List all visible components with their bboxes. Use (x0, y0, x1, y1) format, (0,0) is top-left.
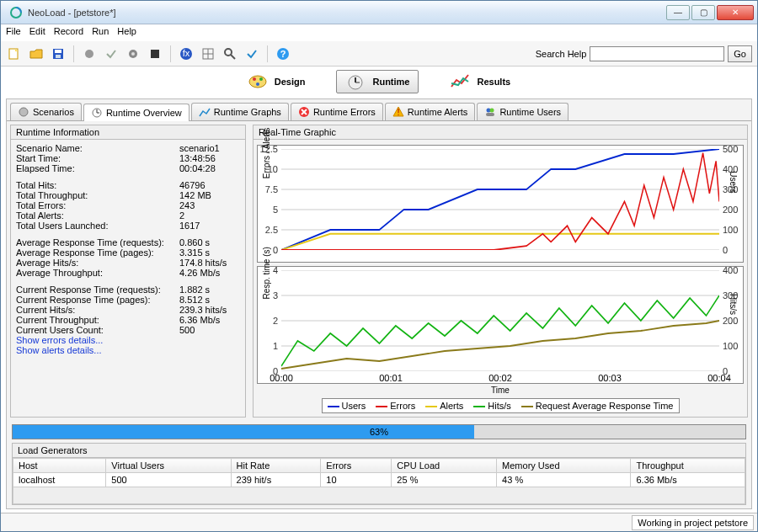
show-errors-link[interactable]: Show errors details... (16, 335, 240, 345)
new-icon[interactable] (6, 45, 23, 62)
help-icon[interactable]: ? (275, 45, 291, 62)
tab-runtime-overview[interactable]: Runtime Overview (83, 104, 190, 121)
total-errors-value: 243 (179, 200, 240, 210)
menu-help[interactable]: Help (117, 26, 136, 40)
cell-host: localhost (13, 473, 106, 487)
svg-point-32 (490, 109, 494, 113)
graphic-title: Real-Time Graphic (254, 125, 747, 140)
total-throughput-value: 142 MB (179, 190, 240, 200)
scenario-name-value: scenario1 (179, 143, 240, 153)
toolbar: fx ? Search Help Go (1, 41, 757, 66)
avg-rt-req-value: 0.860 s (179, 237, 240, 247)
legend-rart: Request Average Response Time (536, 401, 674, 411)
tab-runtime-errors[interactable]: Runtime Errors (291, 103, 383, 120)
mode-runtime[interactable]: Runtime (336, 70, 419, 93)
cell-mem: 43 % (497, 473, 631, 487)
cell-errors: 10 (321, 473, 392, 487)
tab-runtime-alerts[interactable]: !Runtime Alerts (385, 103, 476, 120)
legend-alerts: Alerts (440, 401, 463, 411)
total-hits-value: 46796 (179, 180, 240, 190)
open-icon[interactable] (28, 45, 45, 62)
svg-point-19 (253, 77, 256, 81)
start-time-label: Start Time: (16, 153, 179, 163)
stop-icon[interactable] (147, 45, 163, 62)
total-users-value: 1617 (179, 221, 240, 231)
record-icon[interactable] (81, 45, 98, 62)
maximize-button[interactable]: ▢ (691, 5, 715, 20)
gear-icon[interactable] (125, 45, 141, 62)
col-hitrate[interactable]: Hit Rate (231, 459, 321, 473)
col-errors[interactable]: Errors (321, 459, 392, 473)
search-label: Search Help (536, 49, 587, 59)
svg-text:?: ? (280, 49, 286, 59)
cur-hits-label: Current Hits/s: (16, 305, 179, 315)
cur-rt-req-label: Current Response Time (requests): (16, 285, 179, 295)
tab-scenarios[interactable]: Scenarios (10, 103, 82, 120)
svg-rect-8 (151, 50, 159, 58)
runtime-info-title: Runtime Information (11, 125, 245, 140)
menu-record[interactable]: Record (54, 26, 83, 40)
titlebar[interactable]: NeoLoad - [petstore*] — ▢ ✕ (1, 1, 757, 24)
svg-point-7 (131, 52, 135, 56)
minimize-button[interactable]: — (666, 5, 690, 20)
cur-rt-page-label: Current Response Time (pages): (16, 295, 179, 305)
col-cpu[interactable]: CPU Load (392, 459, 497, 473)
start-time-value: 13:48:56 (179, 153, 240, 163)
avg-hits-label: Average Hits/s: (16, 258, 179, 268)
close-button[interactable]: ✕ (717, 5, 754, 20)
tab-runtime-graphs[interactable]: Runtime Graphs (191, 103, 289, 120)
show-alerts-link[interactable]: Show alerts details... (16, 345, 240, 355)
tab-runtime-users[interactable]: Runtime Users (477, 103, 568, 120)
col-tp[interactable]: Throughput (631, 459, 745, 473)
cur-users-label: Current Users Count: (16, 325, 179, 335)
total-hits-label: Total Hits: (16, 180, 179, 190)
menu-run[interactable]: Run (92, 26, 109, 40)
validate-icon[interactable] (243, 45, 260, 62)
avg-throughput-value: 4.26 Mb/s (179, 268, 240, 278)
content-area: Scenarios Runtime Overview Runtime Graph… (6, 98, 752, 509)
progress-text: 63% (370, 425, 388, 439)
mode-design[interactable]: Design (238, 70, 315, 93)
app-icon (9, 6, 23, 19)
mode-results[interactable]: Results (440, 70, 520, 93)
search-input[interactable] (590, 46, 724, 61)
tabstrip: Scenarios Runtime Overview Runtime Graph… (7, 99, 751, 121)
app-window: NeoLoad - [petstore*] — ▢ ✕ File Edit Re… (0, 0, 758, 532)
progress-bar: 63% (12, 424, 746, 439)
check-icon[interactable] (103, 45, 120, 62)
total-alerts-value: 2 (179, 210, 240, 221)
save-icon[interactable] (50, 45, 67, 62)
load-generators-table: Host Virtual Users Hit Rate Errors CPU L… (13, 458, 745, 487)
total-errors-label: Total Errors: (16, 200, 179, 210)
runtime-info-panel: Runtime Information Scenario Name:scenar… (10, 125, 246, 418)
svg-point-25 (19, 108, 28, 116)
cur-rt-req-value: 1.882 s (179, 285, 240, 295)
table-header-row: Host Virtual Users Hit Rate Errors CPU L… (13, 459, 745, 473)
menu-file[interactable]: File (6, 26, 21, 40)
col-host[interactable]: Host (13, 459, 106, 473)
mode-runtime-label: Runtime (372, 77, 409, 87)
fx-icon[interactable]: fx (178, 45, 195, 62)
avg-rt-req-label: Average Response Time (requests): (16, 237, 179, 247)
table-row[interactable]: localhost 500 239 hit/s 10 25 % 43 % 6.3… (13, 473, 745, 487)
svg-point-5 (85, 50, 93, 58)
total-alerts-label: Total Alerts: (16, 210, 179, 221)
mode-design-label: Design (275, 77, 306, 87)
scenario-name-label: Scenario Name: (16, 143, 179, 153)
window-title: NeoLoad - [petstore*] (28, 8, 666, 18)
avg-throughput-label: Average Throughput: (16, 268, 179, 278)
realtime-graphic-panel: Real-Time Graphic Errors / Alerts Users … (253, 125, 748, 418)
svg-rect-4 (56, 55, 61, 58)
col-mem[interactable]: Memory Used (497, 459, 631, 473)
svg-line-15 (231, 55, 235, 59)
go-button[interactable]: Go (728, 45, 752, 62)
cell-tp: 6.36 Mb/s (631, 473, 745, 487)
svg-point-21 (256, 82, 259, 86)
cell-hitrate: 239 hit/s (231, 473, 321, 487)
cur-rt-page-value: 8.512 s (179, 295, 240, 305)
svg-point-20 (259, 77, 263, 81)
grid-icon[interactable] (200, 45, 216, 62)
col-vusers[interactable]: Virtual Users (106, 459, 231, 473)
menu-edit[interactable]: Edit (29, 26, 45, 40)
search-tool-icon[interactable] (222, 45, 238, 62)
